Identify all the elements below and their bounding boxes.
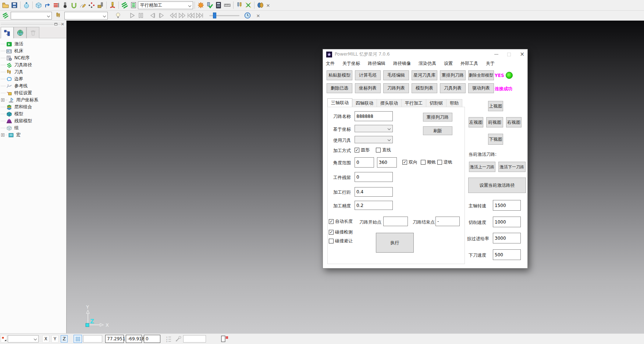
- bidirectional-checkbox[interactable]: ✓双向: [402, 159, 417, 165]
- tab-4axis[interactable]: 四轴联动: [352, 99, 377, 107]
- sim-tool-combobox[interactable]: [64, 12, 108, 20]
- path-start-input[interactable]: [383, 217, 408, 226]
- toolpath-list-icon[interactable]: [129, 1, 138, 10]
- view-top-button[interactable]: 上视图: [488, 101, 503, 111]
- tree-item-nc-programs[interactable]: NC程序: [1, 55, 66, 62]
- draw-options-button[interactable]: [1, 335, 7, 343]
- feed-rate-icon[interactable]: [52, 1, 61, 10]
- tree-item-patterns[interactable]: 参考线: [1, 83, 66, 89]
- rearrange-button[interactable]: 重排列刀路: [423, 113, 452, 122]
- tool-list-button[interactable]: 刀具列表: [440, 83, 466, 93]
- spindle-speed-input[interactable]: [493, 200, 521, 211]
- tree-item-groups[interactable]: 组: [1, 124, 66, 131]
- view-bottom-button[interactable]: 下视图: [488, 134, 503, 145]
- burst-tool-icon[interactable]: [196, 1, 205, 10]
- method-circle-checkbox[interactable]: ✓圆形: [355, 147, 370, 153]
- angle-from-input[interactable]: [355, 157, 374, 168]
- tree-item-toolpaths[interactable]: 刀具路径: [1, 62, 66, 69]
- collision-avoid-checkbox[interactable]: 碰撞避让: [329, 238, 353, 244]
- path-end-input[interactable]: [435, 217, 460, 226]
- axis-z-button[interactable]: Z: [61, 335, 68, 343]
- tool-library-button[interactable]: 星河刀具库: [412, 70, 437, 80]
- tree-item-tools[interactable]: 刀具: [1, 69, 66, 76]
- go-end-icon[interactable]: [195, 11, 204, 20]
- ruler-icon[interactable]: [223, 1, 232, 10]
- clock-icon[interactable]: [243, 11, 252, 20]
- model-list-button[interactable]: 模型列表: [412, 83, 437, 93]
- activate-prev-toolpath-button[interactable]: 激活上一刀路: [469, 162, 495, 172]
- stepover-input[interactable]: [355, 187, 393, 197]
- menu-coords[interactable]: 关于坐标: [342, 60, 360, 67]
- tree-item-workplanes[interactable]: +用户坐标系: [1, 96, 66, 103]
- panel-grip[interactable]: ×: [0, 21, 66, 27]
- method-line-checkbox[interactable]: 直线: [376, 147, 391, 153]
- verify-check-icon[interactable]: [205, 1, 214, 10]
- tree-item-machine[interactable]: 机床: [1, 48, 66, 55]
- tolerance-input[interactable]: [355, 201, 393, 210]
- tree-item-boundaries[interactable]: 边界: [1, 76, 66, 83]
- cutting-feed-input[interactable]: [493, 217, 521, 227]
- axis-x-button[interactable]: X: [42, 335, 49, 343]
- use-tool-combobox[interactable]: [355, 136, 393, 143]
- close-toolbar-icon[interactable]: ×: [255, 13, 261, 18]
- delete-all-models-button[interactable]: 删除全部模型: [468, 70, 494, 80]
- drive-list-button[interactable]: 驱动列表: [468, 83, 494, 93]
- calculator-icon[interactable]: [214, 1, 223, 10]
- open-project-icon[interactable]: [1, 1, 10, 10]
- execute-button[interactable]: 执行: [376, 233, 414, 253]
- tool-block-icon[interactable]: [96, 1, 105, 10]
- menu-about[interactable]: 关于: [486, 60, 495, 67]
- tab-3axis[interactable]: 三轴联动: [327, 98, 352, 107]
- probe-icon[interactable]: [175, 336, 182, 343]
- tree-item-feature-sets[interactable]: 特征设置: [1, 89, 66, 96]
- clipboard-status-icon[interactable]: [221, 336, 228, 344]
- conventional-mill-checkbox[interactable]: 逆铣: [437, 159, 452, 165]
- strategy-combobox[interactable]: 平行精加工: [138, 1, 193, 9]
- dialog-titlebar[interactable]: PowerMILL 忆梦星河 7.0.6 ×: [323, 49, 527, 59]
- axis-y-button[interactable]: Y: [51, 335, 58, 343]
- sim-toolpath-combobox[interactable]: [11, 12, 52, 20]
- calc-stock-button[interactable]: 计算毛坯: [355, 70, 381, 80]
- swap-axes-icon[interactable]: [244, 1, 253, 10]
- tool-pair-icon[interactable]: [235, 1, 244, 10]
- bulb-icon[interactable]: [114, 11, 122, 20]
- close-toolbar-icon[interactable]: ×: [265, 3, 271, 8]
- tab-tilt-head[interactable]: 摆头联动: [377, 99, 402, 107]
- menu-file[interactable]: 文件: [326, 60, 335, 67]
- toolpath-name-input[interactable]: [355, 111, 393, 121]
- xyz-list-icon[interactable]: xyz: [166, 336, 172, 343]
- toolpath-connections-icon[interactable]: [43, 1, 52, 10]
- expand-icon[interactable]: +: [1, 98, 4, 102]
- step-forward-icon[interactable]: [157, 11, 166, 20]
- tab-help[interactable]: 帮助: [446, 99, 462, 107]
- panel-close-icon[interactable]: ×: [60, 22, 65, 26]
- plunge-feed-input[interactable]: [493, 249, 521, 260]
- status-combobox[interactable]: [8, 335, 39, 343]
- slider-handle[interactable]: [213, 13, 216, 18]
- save-project-icon[interactable]: [10, 1, 19, 10]
- stock-remain-input[interactable]: [355, 172, 393, 182]
- stock-edit-button[interactable]: 毛坯编辑: [383, 70, 409, 80]
- menu-render-sim[interactable]: 渲染仿真: [419, 60, 436, 67]
- tree-item-macros[interactable]: +宏: [1, 131, 66, 138]
- delete-selected-button[interactable]: 删除已选: [327, 83, 352, 93]
- tool-holder-icon[interactable]: [108, 1, 117, 10]
- paste-new-model-button[interactable]: 粘贴新模型: [327, 70, 352, 80]
- tree-item-stock-models[interactable]: 残留模型: [1, 117, 66, 124]
- tab-saw[interactable]: 切割锯: [426, 99, 446, 107]
- view-front-button[interactable]: 前视图: [486, 117, 503, 127]
- compare-cylinders-icon[interactable]: [256, 1, 265, 10]
- activate-next-toolpath-button[interactable]: 激活下一刀路: [498, 162, 526, 172]
- boundary-u-icon[interactable]: [70, 1, 78, 10]
- climb-mill-checkbox[interactable]: 顺铣: [421, 159, 436, 165]
- menu-external-tools[interactable]: 外部工具: [460, 60, 478, 67]
- simulation-speed-slider[interactable]: [209, 12, 239, 19]
- close-icon[interactable]: ×: [520, 52, 524, 57]
- play-icon[interactable]: [128, 11, 136, 20]
- tab-trash[interactable]: [26, 27, 39, 38]
- panel-float-icon[interactable]: [53, 22, 58, 26]
- coord-list-button[interactable]: 坐标列表: [355, 83, 381, 93]
- menu-path-edit[interactable]: 路径编辑: [368, 60, 385, 67]
- tree-item-levels-sets[interactable]: 层和组合: [1, 103, 66, 110]
- tree-item-models[interactable]: 模型: [1, 110, 66, 117]
